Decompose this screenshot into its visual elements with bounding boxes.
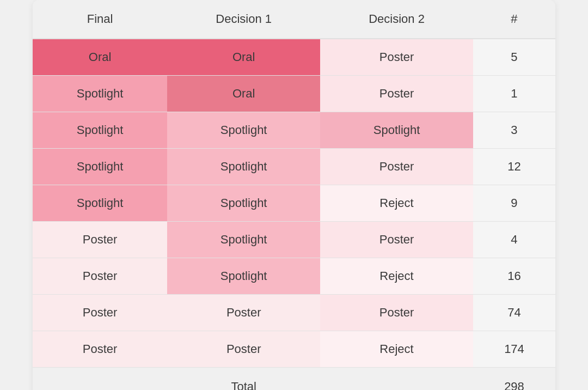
table-row: SpotlightSpotlightPoster12 bbox=[33, 149, 555, 185]
footer-empty-d2 bbox=[320, 368, 473, 391]
cell-count: 4 bbox=[473, 222, 555, 258]
cell-final: Poster bbox=[33, 295, 167, 331]
footer-total-count: 298 bbox=[473, 368, 555, 391]
table-row: SpotlightSpotlightSpotlight3 bbox=[33, 112, 555, 149]
cell-final: Spotlight bbox=[33, 149, 167, 185]
cell-count: 12 bbox=[473, 149, 555, 185]
table-row: OralOralPoster5 bbox=[33, 39, 555, 76]
table-row: PosterSpotlightPoster4 bbox=[33, 222, 555, 258]
table-row: PosterSpotlightReject16 bbox=[33, 258, 555, 295]
decisions-table: Final Decision 1 Decision 2 # OralOralPo… bbox=[33, 0, 555, 390]
cell-decision2: Poster bbox=[320, 76, 473, 112]
header-decision2: Decision 2 bbox=[320, 0, 473, 39]
cell-decision1: Spotlight bbox=[167, 258, 320, 295]
cell-decision1: Spotlight bbox=[167, 149, 320, 185]
table-row: PosterPosterPoster74 bbox=[33, 295, 555, 331]
cell-count: 5 bbox=[473, 39, 555, 76]
cell-decision2: Reject bbox=[320, 185, 473, 222]
cell-decision1: Spotlight bbox=[167, 222, 320, 258]
cell-count: 16 bbox=[473, 258, 555, 295]
cell-final: Poster bbox=[33, 222, 167, 258]
table-footer-row: Total298 bbox=[33, 368, 555, 391]
cell-decision2: Poster bbox=[320, 39, 473, 76]
cell-decision1: Poster bbox=[167, 295, 320, 331]
header-count: # bbox=[473, 0, 555, 39]
table-row: PosterPosterReject174 bbox=[33, 331, 555, 368]
cell-decision1: Oral bbox=[167, 76, 320, 112]
cell-decision1: Poster bbox=[167, 331, 320, 368]
cell-count: 174 bbox=[473, 331, 555, 368]
cell-final: Poster bbox=[33, 331, 167, 368]
cell-decision2: Reject bbox=[320, 258, 473, 295]
cell-decision1: Spotlight bbox=[167, 112, 320, 149]
table-header-row: Final Decision 1 Decision 2 # bbox=[33, 0, 555, 39]
main-table-container: Final Decision 1 Decision 2 # OralOralPo… bbox=[33, 0, 555, 390]
cell-final: Spotlight bbox=[33, 185, 167, 222]
cell-count: 3 bbox=[473, 112, 555, 149]
header-decision1: Decision 1 bbox=[167, 0, 320, 39]
cell-final: Oral bbox=[33, 39, 167, 76]
cell-count: 74 bbox=[473, 295, 555, 331]
cell-decision2: Poster bbox=[320, 222, 473, 258]
cell-decision2: Poster bbox=[320, 295, 473, 331]
cell-decision2: Poster bbox=[320, 149, 473, 185]
cell-decision1: Oral bbox=[167, 39, 320, 76]
cell-count: 9 bbox=[473, 185, 555, 222]
cell-final: Poster bbox=[33, 258, 167, 295]
cell-decision1: Spotlight bbox=[167, 185, 320, 222]
cell-final: Spotlight bbox=[33, 76, 167, 112]
cell-count: 1 bbox=[473, 76, 555, 112]
footer-empty-final bbox=[33, 368, 167, 391]
header-final: Final bbox=[33, 0, 167, 39]
cell-decision2: Spotlight bbox=[320, 112, 473, 149]
cell-final: Spotlight bbox=[33, 112, 167, 149]
table-row: SpotlightOralPoster1 bbox=[33, 76, 555, 112]
table-row: SpotlightSpotlightReject9 bbox=[33, 185, 555, 222]
cell-decision2: Reject bbox=[320, 331, 473, 368]
footer-total-label: Total bbox=[167, 368, 320, 391]
